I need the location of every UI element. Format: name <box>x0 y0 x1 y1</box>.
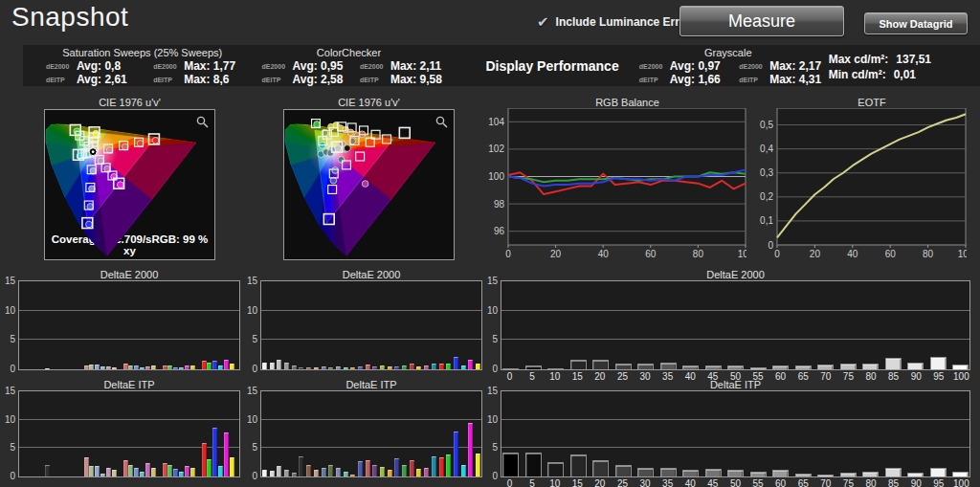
bar <box>660 468 677 476</box>
svg-text:0: 0 <box>505 249 511 259</box>
bar <box>128 465 133 476</box>
bar <box>185 365 189 369</box>
bar <box>284 470 289 476</box>
bar <box>380 467 385 476</box>
include-luminance-checkbox[interactable]: ✔ Include Luminance Error <box>537 14 691 29</box>
display-performance-label: Display Performance <box>485 45 627 86</box>
bar <box>461 465 466 476</box>
metric-label: dEITP <box>639 77 664 83</box>
bar <box>840 364 857 369</box>
deitp-colorchecker-title: DeltaE ITP <box>260 379 482 390</box>
metric-label: dEITP <box>360 77 385 83</box>
bar <box>885 468 902 476</box>
bar <box>112 367 117 369</box>
bar <box>476 364 480 369</box>
bar <box>380 365 385 369</box>
metric-label: dE2000 <box>153 63 178 70</box>
bar <box>212 428 217 476</box>
bar <box>410 460 414 476</box>
bar <box>468 423 473 476</box>
bar <box>145 463 150 476</box>
metric-value: Avg: 2,61 <box>77 73 127 86</box>
bar <box>461 365 466 369</box>
bar <box>218 466 223 476</box>
svg-text:20: 20 <box>550 249 562 259</box>
bar <box>358 366 363 369</box>
svg-text:0,2: 0,2 <box>760 191 773 202</box>
bar <box>262 470 267 476</box>
svg-text:40: 40 <box>847 249 858 259</box>
metric-value: Max: 4,31 <box>769 73 821 86</box>
bar <box>570 360 587 369</box>
bar <box>140 367 145 369</box>
bar <box>750 367 767 369</box>
bar <box>112 470 117 476</box>
bar <box>358 461 363 476</box>
metric-value: Avg: 0,95 <box>293 59 344 73</box>
rgb-balance-title: RGB Balance <box>508 97 746 108</box>
bar <box>502 453 519 477</box>
deitp-grayscale-title: DeltaE ITP <box>501 379 970 390</box>
bar <box>173 469 178 476</box>
svg-text:0,1: 0,1 <box>760 215 773 226</box>
bar <box>402 365 407 369</box>
metric-label: dE2000 <box>639 63 664 70</box>
de2000-colorchecker-title: DeltaE 2000 <box>260 269 482 280</box>
include-luminance-label: Include Luminance Error <box>556 15 691 29</box>
bar <box>446 454 451 476</box>
metric-value: Max: 2,11 <box>390 59 441 73</box>
bar <box>454 357 458 369</box>
cie-sweeps-plot: Coverage rec.709/sRGB: 99 % xy <box>44 109 215 260</box>
svg-text:80: 80 <box>923 249 934 259</box>
stats-sweeps-title: Saturation Sweeps (25% Sweeps) <box>34 47 251 59</box>
svg-text:98: 98 <box>494 199 505 210</box>
svg-text:0: 0 <box>768 240 773 251</box>
rgb-balance-plot: 9698100102104020406080100 <box>487 108 746 263</box>
max-luminance-value: 137,51 <box>896 53 931 66</box>
de2000-grayscale-title: DeltaE 2000 <box>501 269 970 280</box>
bar <box>185 466 189 476</box>
svg-text:100: 100 <box>958 249 967 259</box>
bar <box>727 365 744 369</box>
metric-label: dEITP <box>739 77 764 83</box>
show-datagrid-button[interactable]: Show Datagrid <box>864 12 968 34</box>
bar <box>795 365 812 369</box>
bar <box>306 465 311 476</box>
eotf-title: EOTF <box>777 97 967 108</box>
bar <box>207 459 212 476</box>
svg-text:0,5: 0,5 <box>760 120 773 130</box>
bar <box>476 454 480 476</box>
bar <box>424 468 429 476</box>
bar <box>410 364 414 369</box>
stats-saturation-sweeps: Saturation Sweeps (25% Sweeps) dE2000Avg… <box>34 45 251 86</box>
metric-value: Avg: 0,8 <box>77 59 121 73</box>
bar <box>45 465 50 476</box>
bar <box>328 465 333 476</box>
bar <box>212 361 217 369</box>
bar <box>547 462 564 476</box>
chart-eotf: EOTF 00,10,20,30,40,5020406080100 <box>777 97 967 263</box>
bar <box>952 472 969 476</box>
bar <box>615 364 632 369</box>
bar <box>468 360 473 369</box>
svg-text:60: 60 <box>645 249 657 259</box>
svg-text:0: 0 <box>774 249 780 259</box>
bar <box>592 460 609 476</box>
bar <box>299 456 303 476</box>
bar <box>190 468 195 476</box>
bar <box>366 365 370 369</box>
metric-value: Max: 8,6 <box>184 73 229 86</box>
bar <box>106 468 111 476</box>
chart-rgb-balance: RGB Balance 9698100102104020406080100 <box>508 97 746 263</box>
cie-colorchecker-title: CIE 1976 u'v' <box>283 97 455 108</box>
cie-colorchecker-plot <box>283 109 455 260</box>
measure-button[interactable]: Measure <box>679 6 844 36</box>
bar <box>547 368 564 369</box>
bar <box>660 363 677 369</box>
chart-de2000-colorchecker: DeltaE 2000 051015 <box>260 269 482 370</box>
bar <box>89 466 94 476</box>
metric-value: Max: 9,58 <box>390 73 442 86</box>
bar <box>106 366 111 369</box>
svg-text:40: 40 <box>598 249 610 259</box>
bar <box>277 360 281 369</box>
